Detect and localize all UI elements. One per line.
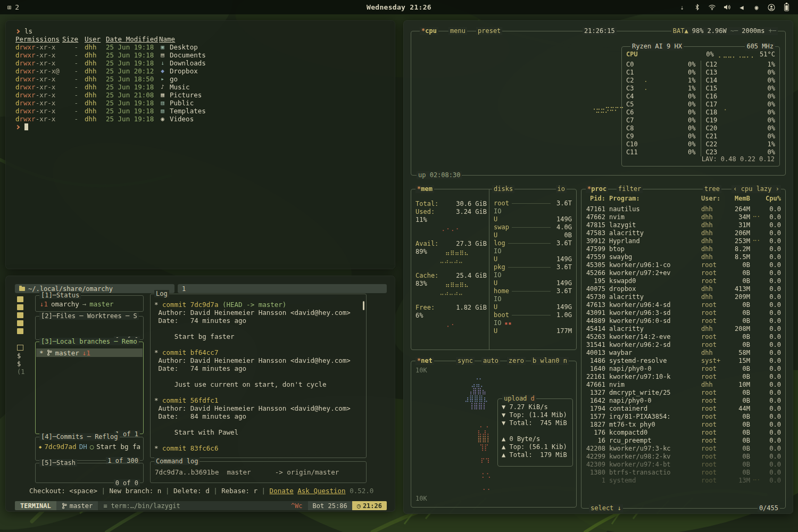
file-owner: dhh bbox=[85, 115, 104, 123]
preset-button[interactable]: preset bbox=[476, 27, 502, 35]
net-panel-title[interactable]: *net bbox=[415, 357, 434, 365]
process-row[interactable]: 47559 swaybg dhh 8.5M 0.0 bbox=[581, 253, 785, 261]
process-row[interactable]: 1380 btrfs-transactio root 0B 0.0 bbox=[581, 469, 785, 477]
process-row[interactable]: 43091 kworker/u96:3-sd root 0B 0.0 bbox=[581, 309, 785, 317]
file-name: ▦Pictures bbox=[159, 91, 387, 99]
btop-window[interactable]: *cpu menu preset 21:26:15 BAT▲ 98% 2.96W… bbox=[403, 20, 793, 514]
sidebar-item[interactable]: (1 bbox=[17, 368, 33, 376]
process-row[interactable]: 1642 napi/phy0-0 root 0B 0.0 bbox=[581, 397, 785, 405]
playback-icon[interactable]: ◀ bbox=[737, 3, 746, 12]
select-button[interactable]: select ↓ bbox=[589, 504, 623, 512]
files-panel-title[interactable]: [2]─Files ─ Worktrees ─ S bbox=[39, 312, 139, 320]
user-icon[interactable] bbox=[767, 3, 776, 12]
process-row[interactable]: 1577 irq/81-PIXA3854: root 0B 0.0 bbox=[581, 413, 785, 421]
process-row[interactable]: 39912 Hyprland dhh 253M ⠒⠂ 0.0 bbox=[581, 237, 785, 245]
process-row[interactable]: 45305 kworker/u96:1-co root 0B 0.0 bbox=[581, 261, 785, 269]
process-row[interactable]: 45266 kworker/u97:2+ev root 0B 0.0 bbox=[581, 269, 785, 277]
net-sync-toggle[interactable]: sync bbox=[456, 357, 475, 365]
file-tree-sidebar[interactable]: $ $ (1 bbox=[17, 296, 33, 376]
process-row[interactable]: 16 rcu_preempt root 0B 0.0 bbox=[581, 437, 785, 445]
process-table-header[interactable]: Pid: Program: User: MemB Cpu% bbox=[581, 195, 785, 203]
winbar-tab[interactable]: 1 bbox=[178, 284, 387, 293]
commits-panel[interactable]: [4]─Commits ─ Reflog ◆ 7dc9d7ad DH ○ Sta… bbox=[35, 437, 144, 461]
process-row[interactable]: 47583 alacritty dhh 206M 0.0 bbox=[581, 229, 785, 237]
process-row[interactable]: 47662 nvim dhh 34M ⠒⠂ 0.0 bbox=[581, 213, 785, 221]
battery-icon[interactable] bbox=[782, 3, 791, 12]
log-scrollbar[interactable] bbox=[363, 301, 364, 310]
volume-icon[interactable] bbox=[722, 3, 731, 12]
log-panel[interactable]: Log * commit 7dc9d7a (HEAD -> master) Au… bbox=[150, 294, 367, 458]
cpu-panel-title[interactable]: *cpu bbox=[420, 27, 438, 35]
process-row[interactable]: 176 kcompactd0 root 0B 0.0 bbox=[581, 429, 785, 437]
proc-panel-title[interactable]: *proc bbox=[586, 185, 608, 193]
sidebar-item[interactable] bbox=[17, 296, 33, 304]
branches-panel-title[interactable]: [3]─Local branches ─ Remo bbox=[39, 338, 139, 345]
prompt-line-active[interactable] bbox=[15, 123, 387, 131]
sidebar-item[interactable] bbox=[17, 328, 33, 336]
status-panel[interactable]: [1]─Status ↓1omarchy→master bbox=[35, 295, 144, 312]
branch-row-selected[interactable]: * master ↓1 bbox=[36, 348, 143, 357]
filter-button[interactable]: filter bbox=[617, 185, 643, 193]
sidebar-item[interactable] bbox=[17, 312, 33, 320]
log-panel-title[interactable]: Log bbox=[154, 290, 169, 297]
sort-selector[interactable]: ‹ cpu lazy › bbox=[732, 185, 781, 193]
process-row[interactable]: 1794 containerd root 44M 0.0 bbox=[581, 405, 785, 413]
process-row[interactable]: 1827 mt76-tx phy0 root 0B 0.0 bbox=[581, 421, 785, 429]
net-auto-toggle[interactable]: auto bbox=[481, 357, 500, 365]
process-row[interactable]: 45263 kworker/14:2-eve root 0B 0.0 bbox=[581, 333, 785, 341]
tree-toggle[interactable]: tree bbox=[703, 185, 721, 193]
stash-panel-title[interactable]: [5]─Stash bbox=[39, 459, 77, 467]
file-size: - bbox=[62, 91, 78, 99]
clock[interactable]: Wednesday 21:26 bbox=[367, 3, 431, 11]
process-row[interactable]: 47613 kworker/u96:4-sd root 0B 0.0 bbox=[581, 301, 785, 309]
process-row[interactable]: 47161 nautilus dhh 264M 0.0 bbox=[581, 205, 785, 213]
bluetooth-icon[interactable] bbox=[693, 3, 701, 12]
net-interface[interactable]: b wlan0 n bbox=[531, 357, 569, 365]
process-row[interactable]: 42299 kworker/u98:2-kv root 0B 0.0 bbox=[581, 453, 785, 461]
process-row[interactable]: 47815 lazygit dhh 31M 0.0 bbox=[581, 221, 785, 229]
terminal-window[interactable]: ls Permissions Size User Date Modified N… bbox=[5, 20, 395, 269]
files-panel[interactable]: [2]─Files ─ Worktrees ─ S 0 of 0 bbox=[35, 316, 144, 340]
wifi-icon[interactable] bbox=[708, 3, 716, 12]
process-row[interactable]: 42309 kworker/u97:4-bt root 0B 0.0 bbox=[581, 461, 785, 469]
permissions: drwxr-xr-x bbox=[15, 83, 62, 91]
net-graph-segment: ⢹⡏ bbox=[479, 444, 489, 451]
interval-decrease[interactable]: ~─ bbox=[730, 27, 738, 35]
commits-panel-title[interactable]: [4]─Commits ─ Reflog bbox=[39, 433, 120, 440]
net-zero-toggle[interactable]: zero bbox=[507, 357, 526, 365]
process-row[interactable]: 47661 nvim dhh 10M 0.0 bbox=[581, 381, 785, 389]
sidebar-item[interactable]: $ bbox=[17, 352, 33, 360]
process-row[interactable]: 45730 alacritty dhh 209M 0.0 bbox=[581, 293, 785, 301]
record-icon[interactable]: ◉ bbox=[752, 3, 761, 12]
menu-button[interactable]: menu bbox=[448, 27, 467, 35]
interval-increase[interactable]: +─ bbox=[769, 27, 776, 35]
process-row[interactable]: 40013 waybar dhh 58M 0.0 bbox=[581, 349, 785, 357]
winbar-path[interactable]: ~/.local/share/omarchy bbox=[15, 284, 174, 293]
process-row[interactable]: 22161 kworker/u97:10-k root 0B 0.0 bbox=[581, 373, 785, 381]
process-row[interactable]: 1327 dmcrypt_write/25 root 0B 0.0 bbox=[581, 389, 785, 397]
process-row[interactable]: 1640 napi/phy0-0 root 0B 0.0 bbox=[581, 365, 785, 373]
process-row[interactable]: 47599 btop dhh 8.2M 0.0 bbox=[581, 245, 785, 253]
file-row: drwxr-xr-x - dhh 25 Jun 19:18 ◉Videos bbox=[15, 115, 387, 123]
lazygit-window[interactable]: ~/.local/share/omarchy 1 $ bbox=[5, 276, 395, 512]
sidebar-item[interactable] bbox=[17, 304, 33, 312]
process-row[interactable]: 44889 kworker/u96:0-sd root 0B 0.0 bbox=[581, 317, 785, 325]
process-row[interactable]: 45414 alacritty dhh 208M 0.0 bbox=[581, 325, 785, 333]
process-row[interactable]: 1486 systemd-resolve syst+ 15M 0.0 bbox=[581, 357, 785, 365]
process-row[interactable]: 31541 kworker/u96:2-sd root 0B 0.0 bbox=[581, 341, 785, 349]
mem-panel-title[interactable]: *mem bbox=[415, 185, 434, 193]
workspace-number[interactable]: 2 bbox=[15, 3, 19, 11]
sidebar-item[interactable]: $ bbox=[17, 360, 33, 368]
branches-panel[interactable]: [3]─Local branches ─ Remo * master ↓1 1 … bbox=[35, 342, 144, 434]
process-row[interactable]: 195 kswapd0 root 0B 0.0 bbox=[581, 277, 785, 285]
process-row[interactable]: 1 systemd root 13M ⠒⠂ 0.0 bbox=[581, 477, 785, 485]
sidebar-item[interactable] bbox=[17, 336, 33, 344]
process-row[interactable]: 42208 kworker/u97:3-kc root 0B 0.0 bbox=[581, 445, 785, 453]
sidebar-item[interactable] bbox=[17, 320, 33, 328]
stash-panel[interactable]: [5]─Stash 0 of 0 bbox=[35, 463, 144, 483]
sidebar-item[interactable] bbox=[17, 344, 33, 352]
status-panel-title[interactable]: [1]─Status bbox=[39, 292, 81, 299]
process-row[interactable]: 40075 dropbox dhh 413M 0.0 bbox=[581, 285, 785, 293]
dropbox-icon[interactable]: ⇣ bbox=[678, 3, 686, 12]
nvim-statusline: TERMINAL master ≡ term:…/bin/lazygit ^Wc… bbox=[15, 501, 387, 510]
